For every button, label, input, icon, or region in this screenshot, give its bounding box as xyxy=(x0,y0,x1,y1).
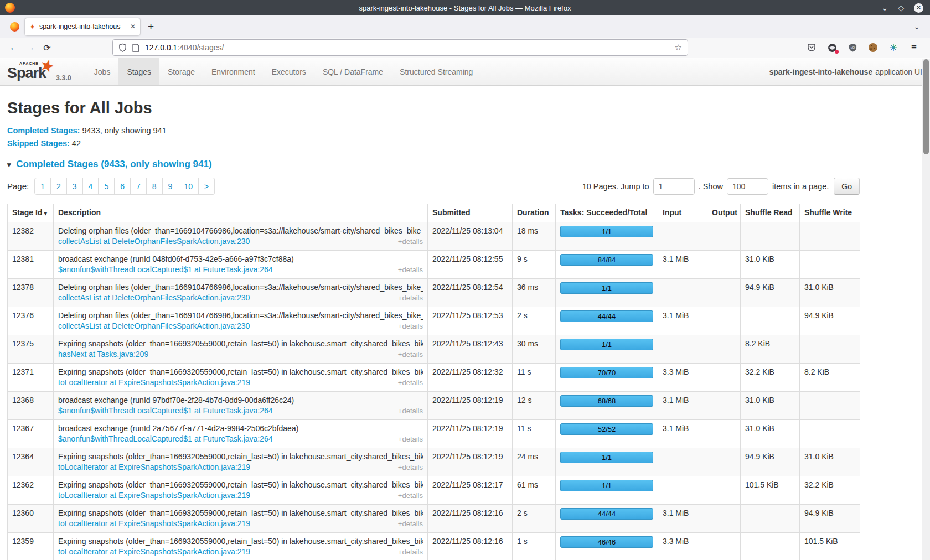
page-button-3[interactable]: 3 xyxy=(67,178,83,195)
details-toggle[interactable]: +details xyxy=(398,236,423,247)
input-cell xyxy=(658,222,707,251)
stage-detail-link[interactable]: $anonfun$withThreadLocalCaptured$1 at Fu… xyxy=(58,434,273,444)
details-toggle[interactable]: +details xyxy=(398,434,423,444)
scrollbar-thumb[interactable] xyxy=(923,59,929,154)
stage-description: Expiring snapshots (older_than=166932055… xyxy=(58,339,423,349)
page-button-7[interactable]: 7 xyxy=(131,178,147,195)
details-toggle[interactable]: +details xyxy=(398,518,423,529)
skipped-stages-link[interactable]: Skipped Stages: xyxy=(7,139,70,148)
stage-detail-link[interactable]: $anonfun$withThreadLocalCaptured$1 at Fu… xyxy=(58,265,273,275)
column-header-stage-id[interactable]: Stage Id▾ xyxy=(8,204,54,222)
details-toggle[interactable]: +details xyxy=(398,293,423,303)
completed-stages-section-header[interactable]: ▾ Completed Stages (9433, only showing 9… xyxy=(7,159,930,170)
minimize-icon[interactable]: ⌄ xyxy=(881,4,888,12)
details-toggle[interactable]: +details xyxy=(398,321,423,331)
stage-detail-link[interactable]: toLocalIterator at ExpireSnapshotsSparkA… xyxy=(58,377,250,388)
output-cell xyxy=(707,364,741,392)
bookmark-star-icon[interactable]: ☆ xyxy=(675,43,682,53)
nav-item-structured-streaming[interactable]: Structured Streaming xyxy=(391,58,481,85)
stage-detail-link[interactable]: collectAsList at DeleteOrphanFilesSparkA… xyxy=(58,236,250,247)
column-header-duration[interactable]: Duration xyxy=(513,204,556,222)
column-header-submitted[interactable]: Submitted xyxy=(428,204,513,222)
page-button-2[interactable]: 2 xyxy=(51,178,67,195)
nav-item-sql-dataframe[interactable]: SQL / DataFrame xyxy=(314,58,391,85)
tasks-cell: 1/1 xyxy=(556,279,658,307)
forward-button[interactable]: → xyxy=(22,43,39,53)
sparkle-extension-icon[interactable]: ✳ xyxy=(888,43,898,53)
nav-item-jobs[interactable]: Jobs xyxy=(86,58,119,85)
url-bar[interactable]: 127.0.0.1:4040/stages/ ☆ xyxy=(112,39,688,56)
stage-id-cell: 12371 xyxy=(8,364,54,392)
next-page-button[interactable]: > xyxy=(199,178,215,195)
stage-detail-link[interactable]: hasNext at Tasks.java:209 xyxy=(58,349,148,360)
cookie-extension-icon[interactable] xyxy=(868,43,878,53)
details-toggle[interactable]: +details xyxy=(398,406,423,416)
shuffle-write-cell: 32.2 KiB xyxy=(800,476,860,505)
new-tab-button[interactable]: + xyxy=(148,20,154,33)
reload-button[interactable]: ⟳ xyxy=(39,43,55,53)
page-button-8[interactable]: 8 xyxy=(147,178,163,195)
output-cell xyxy=(707,448,741,476)
nav-item-environment[interactable]: Environment xyxy=(203,58,264,85)
tab-close-icon[interactable]: ✕ xyxy=(130,23,136,30)
firefox-icon[interactable] xyxy=(10,22,19,32)
nav-item-stages[interactable]: Stages xyxy=(118,58,159,85)
page-buttons: 12345678910> xyxy=(34,178,215,195)
submitted-cell: 2022/11/25 08:12:32 xyxy=(428,364,513,392)
stage-detail-link[interactable]: collectAsList at DeleteOrphanFilesSparkA… xyxy=(58,321,250,331)
details-toggle[interactable]: +details xyxy=(398,547,423,557)
duration-cell: 11 s xyxy=(513,420,556,448)
back-button[interactable]: ← xyxy=(6,43,22,53)
stage-detail-link[interactable]: toLocalIterator at ExpireSnapshotsSparkA… xyxy=(58,462,250,473)
page-button-10[interactable]: 10 xyxy=(178,178,199,195)
nav-item-executors[interactable]: Executors xyxy=(264,58,314,85)
go-button[interactable]: Go xyxy=(834,178,860,195)
details-toggle[interactable]: +details xyxy=(398,265,423,275)
column-header-shuffle-read[interactable]: Shuffle Read xyxy=(741,204,800,222)
nav-item-storage[interactable]: Storage xyxy=(159,58,203,85)
page-button-9[interactable]: 9 xyxy=(163,178,179,195)
stage-detail-link[interactable]: collectAsList at DeleteOrphanFilesSparkA… xyxy=(58,293,250,303)
page-scrollbar[interactable] xyxy=(922,59,930,560)
page-button-4[interactable]: 4 xyxy=(83,178,99,195)
duration-cell: 1 s xyxy=(513,533,556,560)
close-icon[interactable]: ✕ xyxy=(914,3,923,13)
page-info-icon[interactable] xyxy=(132,44,140,52)
ublock-shield-icon[interactable]: uO xyxy=(848,43,857,53)
browser-tab[interactable]: ✦ spark-ingest-into-lakehous ✕ xyxy=(25,18,140,35)
column-header-shuffle-write[interactable]: Shuffle Write xyxy=(800,204,860,222)
details-toggle[interactable]: +details xyxy=(398,462,423,473)
description-cell: broadcast exchange (runId 048fd06f-d753-… xyxy=(54,251,428,279)
stage-detail-link[interactable]: $anonfun$withThreadLocalCaptured$1 at Fu… xyxy=(58,406,273,416)
maximize-icon[interactable]: ◇ xyxy=(898,4,904,12)
column-header-output[interactable]: Output xyxy=(707,204,741,222)
column-header-input[interactable]: Input xyxy=(658,204,707,222)
column-header-description[interactable]: Description xyxy=(54,204,428,222)
spark-logo[interactable]: ★ APACHE Spark xyxy=(7,60,50,82)
table-row: 12378Deleting orphan files (older_than=1… xyxy=(8,279,860,307)
application-ui-suffix: application UI xyxy=(875,68,922,76)
jump-to-page-input[interactable] xyxy=(653,178,695,195)
list-all-tabs-icon[interactable]: ⌄ xyxy=(913,22,920,31)
shuffle-write-cell xyxy=(800,222,860,251)
pocket-icon[interactable] xyxy=(807,43,817,53)
column-header-tasks-succeeded-total[interactable]: Tasks: Succeeded/Total xyxy=(556,204,658,222)
stage-description: Expiring snapshots (older_than=166932055… xyxy=(58,367,423,377)
details-toggle[interactable]: +details xyxy=(398,349,423,360)
details-toggle[interactable]: +details xyxy=(398,377,423,388)
tasks-cell: 1/1 xyxy=(556,222,658,251)
details-toggle[interactable]: +details xyxy=(398,490,423,501)
shield-icon[interactable] xyxy=(118,43,127,52)
firefox-logo-icon xyxy=(5,3,15,13)
menu-hamburger-icon[interactable]: ≡ xyxy=(909,43,919,53)
stage-detail-link[interactable]: toLocalIterator at ExpireSnapshotsSparkA… xyxy=(58,547,250,557)
page-button-5[interactable]: 5 xyxy=(99,178,115,195)
page-button-6[interactable]: 6 xyxy=(115,178,131,195)
shuffle-read-cell: 31.0 KiB xyxy=(741,251,800,279)
stage-detail-link[interactable]: toLocalIterator at ExpireSnapshotsSparkA… xyxy=(58,518,250,529)
completed-stages-link[interactable]: Completed Stages: xyxy=(7,126,80,135)
stage-detail-link[interactable]: toLocalIterator at ExpireSnapshotsSparkA… xyxy=(58,490,250,501)
items-per-page-input[interactable] xyxy=(727,178,768,195)
privacy-extension-icon[interactable] xyxy=(827,43,837,53)
page-button-1[interactable]: 1 xyxy=(34,178,51,195)
